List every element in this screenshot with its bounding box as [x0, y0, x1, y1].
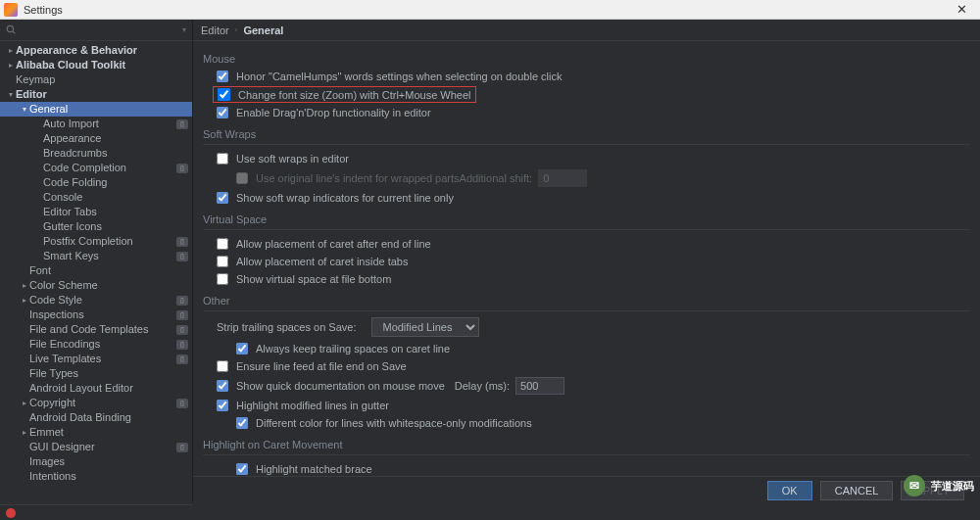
tree-item-label: Auto Import [43, 117, 172, 131]
tree-item[interactable]: GUI Designer▯ [0, 440, 192, 454]
tree-item[interactable]: Intentions [0, 469, 192, 484]
search-chevron-icon: ▾ [182, 25, 186, 34]
svg-point-0 [7, 25, 13, 31]
tree-item[interactable]: ▸Emmet [0, 425, 192, 440]
tree-item[interactable]: Code Folding [0, 175, 192, 190]
status-dot-icon [6, 508, 16, 518]
expand-icon: ▸ [20, 425, 29, 440]
tree-item[interactable]: Console [0, 190, 192, 205]
tree-item[interactable]: ▸Copyright▯ [0, 396, 192, 410]
chk-zoom[interactable] [218, 88, 230, 101]
project-badge-icon: ▯ [176, 296, 188, 306]
titlebar: Settings ✕ [0, 0, 980, 20]
expand-icon: ▸ [20, 278, 29, 293]
project-badge-icon: ▯ [176, 443, 188, 452]
tree-item-label: Code Style [29, 293, 172, 307]
project-badge-icon: ▯ [176, 119, 188, 129]
tree-item-label: Breadcrumbs [43, 146, 188, 161]
wechat-icon: ✉ [904, 475, 925, 496]
section-other: Other [203, 295, 970, 307]
chk-caret-tabs[interactable]: Allow placement of caret inside tabs [203, 254, 970, 269]
tree-item[interactable]: Keymap [0, 72, 192, 87]
tree-item-label: Appearance [43, 131, 188, 146]
tree-item[interactable]: ▾General [0, 102, 192, 117]
tree-item[interactable]: File and Code Templates▯ [0, 322, 192, 337]
chk-quickdoc[interactable]: Show quick documentation on mouse move [203, 378, 445, 394]
tree-item[interactable]: File Encodings▯ [0, 337, 192, 352]
ok-button[interactable]: OK [767, 481, 812, 500]
expand-icon: ▸ [20, 396, 29, 410]
chk-zoom-highlight: Change font size (Zoom) with Ctrl+Mouse … [213, 86, 476, 103]
tree-item[interactable]: Android Data Binding [0, 410, 192, 425]
chk-showwrap[interactable]: Show soft wrap indicators for current li… [203, 190, 970, 206]
tree-item-label: Code Folding [43, 175, 188, 190]
tree-item-label: Code Completion [43, 161, 172, 175]
tree-item[interactable]: ▸Code Style▯ [0, 293, 192, 307]
tree-item-label: General [29, 102, 188, 117]
tree-item[interactable]: Live Templates▯ [0, 352, 192, 366]
tree-item[interactable]: ▸Color Scheme [0, 278, 192, 293]
close-icon[interactable]: ✕ [947, 2, 976, 17]
expand-icon: ▸ [20, 293, 29, 307]
tree-item[interactable]: Gutter Icons [0, 219, 192, 234]
tree-item[interactable]: Smart Keys▯ [0, 249, 192, 263]
tree-item-label: Font [29, 263, 188, 278]
chk-gutter[interactable]: Highlight modified lines in gutter [203, 398, 970, 413]
project-badge-icon: ▯ [176, 325, 188, 335]
tree-item-label: File Types [29, 366, 188, 381]
tree-item[interactable]: Android Layout Editor [0, 381, 192, 396]
tree-item[interactable]: Breadcrumbs [0, 146, 192, 161]
breadcrumb-current: General [243, 24, 283, 36]
tree-item[interactable]: Font [0, 263, 192, 278]
tree-item[interactable]: Appearance [0, 131, 192, 146]
tree-item[interactable]: ▾Editor [0, 87, 192, 102]
chk-keeptrail[interactable]: Always keep trailing spaces on caret lin… [203, 341, 970, 356]
chk-brace[interactable]: Highlight matched brace [203, 461, 970, 476]
project-badge-icon: ▯ [176, 399, 188, 408]
search-bar[interactable]: ▾ [0, 20, 192, 41]
chk-softwrap[interactable]: Use soft wraps in editor [203, 151, 970, 166]
tree-item[interactable]: ▸Alibaba Cloud Toolkit [0, 58, 192, 72]
expand-icon: ▸ [6, 58, 16, 72]
tree-item-label: Live Templates [29, 352, 172, 366]
content-panel: Editor › General Mouse Honor "CamelHumps… [193, 20, 980, 503]
section-virtual: Virtual Space [203, 213, 970, 225]
chk-camelhumps[interactable]: Honor "CamelHumps" words settings when s… [203, 69, 970, 84]
cancel-button[interactable]: CANCEL [820, 481, 894, 500]
tree-item-label: Images [29, 454, 188, 469]
tree-item-label: Smart Keys [43, 249, 172, 263]
breadcrumb: Editor › General [193, 20, 980, 41]
breadcrumb-root[interactable]: Editor [201, 24, 229, 36]
tree-item-label: Gutter Icons [43, 219, 188, 234]
chk-caret-eol[interactable]: Allow placement of caret after end of li… [203, 236, 970, 252]
chk-whitesp[interactable]: Different color for lines with whitespac… [203, 415, 970, 431]
tree-item-label: Keymap [16, 72, 188, 87]
tree-item[interactable]: Editor Tabs [0, 205, 192, 219]
tree-item-label: Intentions [29, 469, 188, 484]
chk-virtual-bottom[interactable]: Show virtual space at file bottom [203, 271, 970, 287]
sidebar: ▾ ▸Appearance & Behavior▸Alibaba Cloud T… [0, 20, 193, 503]
input-delay[interactable] [515, 377, 564, 395]
section-caret: Highlight on Caret Movement [203, 439, 970, 450]
lbl-delay: Delay (ms): [455, 380, 510, 392]
tree-item[interactable]: ▸Appearance & Behavior [0, 43, 192, 58]
tree-item-label: Emmet [29, 425, 188, 440]
watermark: ✉ 芋道源码 [904, 475, 974, 496]
tree-item[interactable]: Images [0, 454, 192, 469]
tree-item[interactable]: Inspections▯ [0, 307, 192, 322]
dialog-footer: OK CANCEL APPLY [193, 476, 980, 503]
tree-item-label: Editor [16, 87, 188, 102]
tree-item[interactable]: File Types [0, 366, 192, 381]
expand-icon: ▾ [6, 87, 16, 102]
status-bar [0, 504, 193, 520]
settings-tree: ▸Appearance & Behavior▸Alibaba Cloud Too… [0, 41, 192, 503]
expand-icon: ▸ [6, 43, 16, 58]
select-strip[interactable]: Modified Lines [371, 317, 479, 337]
chevron-right-icon: › [235, 25, 238, 34]
chk-dnd[interactable]: Enable Drag'n'Drop functionality in edit… [203, 105, 970, 120]
tree-item[interactable]: Code Completion▯ [0, 161, 192, 175]
expand-icon: ▾ [20, 102, 29, 117]
chk-linefeed[interactable]: Ensure line feed at file end on Save [203, 358, 970, 374]
tree-item[interactable]: Auto Import▯ [0, 117, 192, 131]
tree-item[interactable]: Postfix Completion▯ [0, 234, 192, 249]
